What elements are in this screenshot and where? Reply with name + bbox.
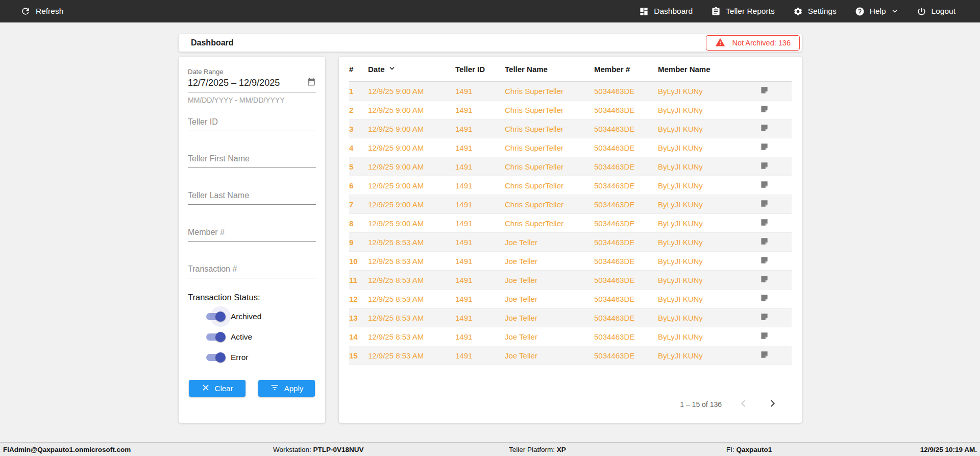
row-teller-id: 1491 — [455, 125, 505, 133]
row-teller-name: Joe Teller — [505, 332, 594, 341]
row-number: 2 — [349, 106, 368, 114]
date-range-group: Date Range MM/DD/YYYY - MM/DD/YYYY — [188, 68, 316, 104]
calendar-icon[interactable] — [307, 77, 316, 88]
note-icon[interactable] — [760, 294, 769, 304]
row-date: 12/9/25 8:53 AM — [368, 351, 455, 360]
teller-last-name-input[interactable] — [188, 187, 316, 205]
table-row[interactable]: 15 12/9/25 8:53 AM 1491 Joe Teller 50344… — [349, 346, 792, 365]
note-icon[interactable] — [760, 237, 769, 247]
table-row[interactable]: 13 12/9/25 8:53 AM 1491 Joe Teller 50344… — [349, 308, 792, 327]
row-member-name: ByLyJI KUNy — [658, 219, 760, 228]
note-icon[interactable] — [760, 105, 769, 115]
nav-help[interactable]: Help — [855, 7, 898, 16]
note-icon[interactable] — [760, 142, 769, 153]
nav-settings-label: Settings — [808, 7, 837, 16]
table-row[interactable]: 2 12/9/25 9:00 AM 1491 Chris SuperTeller… — [349, 101, 792, 119]
table-row[interactable]: 12 12/9/25 8:53 AM 1491 Joe Teller 50344… — [349, 290, 792, 308]
row-teller-name: Chris SuperTeller — [505, 87, 594, 95]
note-icon[interactable] — [760, 350, 769, 361]
note-icon[interactable] — [760, 313, 769, 323]
note-icon[interactable] — [760, 180, 769, 190]
prev-page-button[interactable] — [737, 397, 750, 412]
nav-dashboard[interactable]: Dashboard — [639, 7, 693, 16]
col-number: # — [349, 65, 368, 74]
table-row[interactable]: 7 12/9/25 9:00 AM 1491 Chris SuperTeller… — [349, 195, 792, 214]
row-member-num: 5034463DE — [594, 200, 658, 209]
row-number: 13 — [349, 314, 368, 322]
navbar-menu: Dashboard Teller Reports Settings Help — [639, 7, 955, 16]
table-row[interactable]: 3 12/9/25 9:00 AM 1491 Chris SuperTeller… — [349, 119, 792, 138]
table-row[interactable]: 5 12/9/25 9:00 AM 1491 Chris SuperTeller… — [349, 157, 792, 176]
row-member-num: 5034463DE — [594, 276, 658, 284]
note-icon[interactable] — [760, 331, 769, 342]
nav-teller-reports[interactable]: Teller Reports — [711, 7, 775, 16]
date-range-input[interactable] — [188, 78, 295, 88]
not-archived-badge[interactable]: Not Archived: 136 — [706, 35, 800, 51]
teller-id-input[interactable] — [188, 113, 316, 131]
transactions-table: # Date Teller ID Teller Name Member # Me… — [339, 57, 802, 423]
active-toggle[interactable] — [206, 333, 224, 341]
table-row[interactable]: 1 12/9/25 9:00 AM 1491 Chris SuperTeller… — [349, 82, 792, 101]
note-icon[interactable] — [760, 86, 769, 96]
row-teller-name: Chris SuperTeller — [505, 143, 594, 152]
note-icon[interactable] — [760, 256, 769, 266]
row-date: 12/9/25 8:53 AM — [368, 295, 455, 303]
row-number: 7 — [349, 200, 368, 209]
apply-button[interactable]: Apply — [258, 380, 315, 397]
refresh-label: Refresh — [36, 7, 63, 16]
note-icon[interactable] — [760, 218, 769, 228]
table-row[interactable]: 8 12/9/25 9:00 AM 1491 Chris SuperTeller… — [349, 214, 792, 233]
teller-first-name-input[interactable] — [188, 150, 316, 168]
fi-info: FI: Qaxpauto1 — [726, 446, 772, 453]
row-number: 15 — [349, 351, 368, 360]
archived-toggle[interactable] — [206, 313, 224, 320]
error-toggle[interactable] — [206, 354, 224, 361]
row-teller-name: Joe Teller — [505, 351, 594, 360]
row-teller-name: Chris SuperTeller — [505, 200, 594, 209]
row-date: 12/9/25 8:53 AM — [368, 238, 455, 247]
row-teller-id: 1491 — [455, 181, 505, 190]
row-date: 12/9/25 9:00 AM — [368, 87, 455, 95]
member-number-input[interactable] — [188, 224, 316, 242]
row-date: 12/9/25 9:00 AM — [368, 181, 455, 190]
archived-toggle-label: Archived — [231, 312, 261, 321]
row-teller-id: 1491 — [455, 200, 505, 209]
table-row[interactable]: 9 12/9/25 8:53 AM 1491 Joe Teller 503446… — [349, 233, 792, 252]
not-archived-label: Not Archived: 136 — [732, 39, 791, 47]
table-row[interactable]: 6 12/9/25 9:00 AM 1491 Chris SuperTeller… — [349, 176, 792, 195]
row-teller-name: Chris SuperTeller — [505, 181, 594, 190]
row-teller-id: 1491 — [455, 332, 505, 341]
workstation-value: PTLP-0V18NUV — [313, 446, 364, 453]
close-icon — [202, 383, 210, 393]
row-member-num: 5034463DE — [594, 332, 658, 341]
note-icon[interactable] — [760, 199, 769, 209]
row-date: 12/9/25 9:00 AM — [368, 106, 455, 114]
nav-settings[interactable]: Settings — [793, 7, 837, 16]
clear-button[interactable]: Clear — [189, 380, 246, 397]
refresh-icon — [20, 6, 31, 16]
warning-icon — [715, 37, 725, 49]
table-row[interactable]: 4 12/9/25 9:00 AM 1491 Chris SuperTeller… — [349, 138, 792, 157]
transaction-number-input[interactable] — [188, 260, 316, 278]
table-body: 1 12/9/25 9:00 AM 1491 Chris SuperTeller… — [349, 82, 792, 365]
note-icon[interactable] — [760, 275, 769, 285]
nav-logout-label: Logout — [932, 7, 955, 16]
table-row[interactable]: 10 12/9/25 8:53 AM 1491 Joe Teller 50344… — [349, 252, 792, 271]
col-date[interactable]: Date — [368, 65, 455, 74]
row-teller-id: 1491 — [455, 351, 505, 360]
table-row[interactable]: 11 12/9/25 8:53 AM 1491 Joe Teller 50344… — [349, 271, 792, 290]
sort-desc-icon — [388, 65, 396, 74]
nav-logout[interactable]: Logout — [917, 7, 955, 16]
row-member-num: 5034463DE — [594, 143, 658, 152]
note-icon[interactable] — [760, 161, 769, 172]
refresh-button[interactable]: Refresh — [20, 6, 63, 16]
apply-button-label: Apply — [284, 384, 304, 393]
row-number: 14 — [349, 332, 368, 341]
clear-button-label: Clear — [215, 384, 233, 393]
note-icon[interactable] — [760, 124, 769, 134]
page-header: Dashboard Not Archived: 136 — [179, 34, 802, 52]
next-page-button[interactable] — [766, 397, 779, 412]
row-teller-id: 1491 — [455, 276, 505, 284]
col-teller-name: Teller Name — [505, 65, 594, 74]
table-row[interactable]: 14 12/9/25 8:53 AM 1491 Joe Teller 50344… — [349, 327, 792, 346]
